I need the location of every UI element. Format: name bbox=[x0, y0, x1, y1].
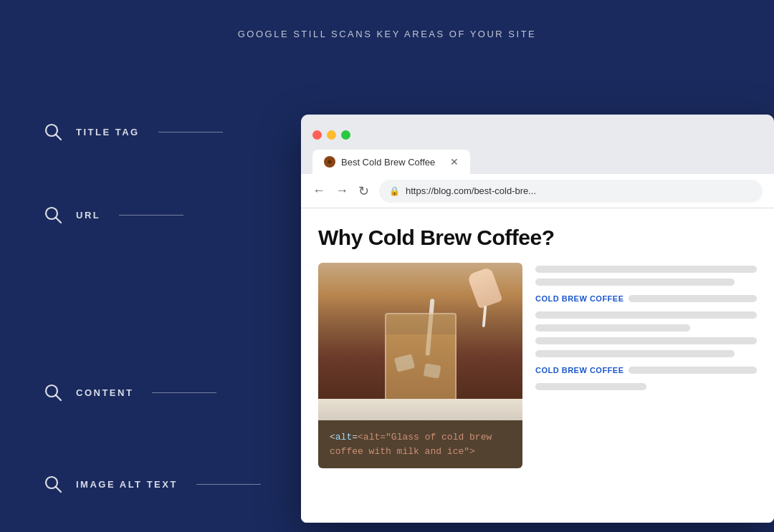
cream-stream bbox=[482, 306, 487, 327]
traffic-light-green[interactable] bbox=[341, 130, 350, 140]
content-line-6 bbox=[535, 350, 735, 357]
traffic-lights bbox=[312, 130, 350, 140]
content-row: <alt=<alt="Glass of cold brew coffee wit… bbox=[318, 263, 757, 523]
alt-equals: = bbox=[352, 432, 358, 442]
content-line-4 bbox=[535, 324, 690, 332]
sidebar-label-title-tag: TITLE TAG bbox=[76, 127, 140, 137]
alt-value-line1: <alt="Glass of cold brew bbox=[358, 432, 492, 442]
forward-button[interactable]: → bbox=[335, 183, 348, 198]
content-line-2 bbox=[535, 279, 735, 286]
keyword-after-line-1 bbox=[629, 295, 758, 302]
url-field[interactable]: 🔒 https://blog.com/best-cold-bre... bbox=[379, 180, 763, 203]
tab-title: Best Cold Brew Coffee bbox=[341, 157, 444, 168]
image-block: <alt=<alt="Glass of cold brew coffee wit… bbox=[318, 263, 522, 523]
content-line-5 bbox=[535, 337, 757, 344]
back-button[interactable]: ← bbox=[312, 183, 325, 198]
browser-window: Best Cold Brew Coffee ✕ ← → ↻ 🔒 https://… bbox=[301, 115, 774, 523]
url-text: https://blog.com/best-cold-bre... bbox=[406, 185, 536, 196]
address-bar: ← → ↻ 🔒 https://blog.com/best-cold-bre..… bbox=[301, 174, 774, 208]
svg-line-1 bbox=[56, 135, 61, 140]
keyword-text-1: COLD BREW COFFEE bbox=[535, 294, 624, 303]
tab-close-button[interactable]: ✕ bbox=[450, 156, 459, 168]
alt-bracket-open: < bbox=[330, 432, 335, 442]
alt-text-overlay: <alt=<alt="Glass of cold brew coffee wit… bbox=[318, 420, 522, 468]
sidebar-item-alt-text: IMAGE ALT TEXT bbox=[43, 402, 261, 494]
search-icon-url bbox=[43, 205, 63, 225]
keyword-text-2: COLD BREW COFFEE bbox=[535, 366, 624, 374]
glass-body bbox=[385, 313, 457, 413]
article-title: Why Cold Brew Coffee? bbox=[318, 226, 757, 250]
keyword-after-line-2 bbox=[629, 367, 758, 374]
sidebar-label-alt-text: IMAGE ALT TEXT bbox=[76, 479, 178, 490]
refresh-button[interactable]: ↻ bbox=[358, 183, 369, 199]
svg-line-3 bbox=[56, 218, 61, 223]
coffee-glass bbox=[381, 299, 460, 413]
sidebar-divider-content bbox=[152, 392, 216, 393]
right-text-content: COLD BREW COFFEE COLD BREW COFFEE bbox=[535, 263, 757, 523]
alt-text-code: <alt=<alt="Glass of cold brew coffee wit… bbox=[330, 430, 511, 458]
search-icon-title bbox=[43, 122, 63, 142]
sidebar-divider-alt bbox=[196, 484, 261, 485]
content-line-7 bbox=[535, 383, 646, 390]
content-line-1 bbox=[535, 266, 757, 273]
coffee-image bbox=[318, 263, 522, 420]
browser-titlebar bbox=[301, 115, 774, 147]
sidebar: TITLE TAG URL CONTENT bbox=[43, 115, 261, 494]
alt-value-line2: coffee with milk and ice"> bbox=[330, 446, 475, 457]
search-icon-content bbox=[43, 382, 63, 402]
svg-point-9 bbox=[328, 160, 332, 164]
lock-icon: 🔒 bbox=[389, 186, 400, 196]
sidebar-item-content: CONTENT bbox=[43, 225, 261, 402]
marble-surface bbox=[318, 399, 522, 420]
search-icon-alt bbox=[43, 474, 63, 494]
page-header: GOOGLE STILL SCANS KEY AREAS OF YOUR SIT… bbox=[0, 0, 774, 39]
alt-attr: alt bbox=[335, 432, 352, 442]
sidebar-item-title-tag: TITLE TAG bbox=[43, 115, 261, 142]
tab-bar: Best Cold Brew Coffee ✕ bbox=[301, 147, 774, 174]
browser-content: Why Cold Brew Coffee? bbox=[301, 208, 774, 523]
traffic-light-red[interactable] bbox=[312, 130, 322, 140]
keyword-highlight-1: COLD BREW COFFEE bbox=[535, 294, 757, 303]
content-line-3 bbox=[535, 311, 757, 319]
sidebar-divider-title bbox=[158, 132, 223, 132]
keyword-highlight-2: COLD BREW COFFEE bbox=[535, 366, 757, 374]
sidebar-label-content: CONTENT bbox=[76, 387, 133, 398]
traffic-light-yellow[interactable] bbox=[327, 130, 336, 140]
sidebar-divider-url bbox=[119, 215, 183, 216]
sidebar-label-url: URL bbox=[76, 210, 100, 221]
svg-line-7 bbox=[56, 487, 61, 492]
browser-tab[interactable]: Best Cold Brew Coffee ✕ bbox=[312, 150, 470, 174]
hand-shape bbox=[467, 267, 503, 309]
svg-line-5 bbox=[56, 395, 61, 400]
tab-favicon bbox=[324, 156, 335, 168]
sidebar-item-url: URL bbox=[43, 163, 261, 225]
hand-pour bbox=[472, 270, 501, 313]
